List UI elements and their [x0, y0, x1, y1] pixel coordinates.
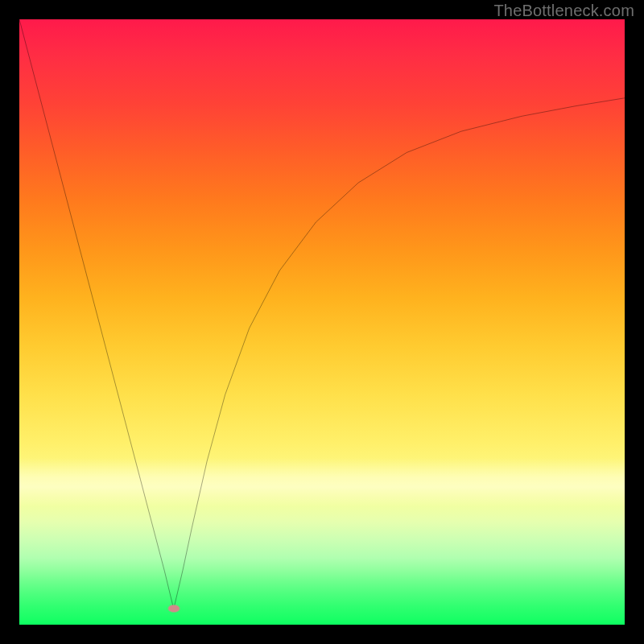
- bottleneck-curve-path: [19, 19, 625, 609]
- plot-area: [19, 19, 625, 625]
- curve-svg: [19, 19, 625, 625]
- outer-frame: TheBottleneck.com: [0, 0, 644, 644]
- minimum-marker: [165, 603, 183, 614]
- watermark-label: TheBottleneck.com: [493, 2, 634, 20]
